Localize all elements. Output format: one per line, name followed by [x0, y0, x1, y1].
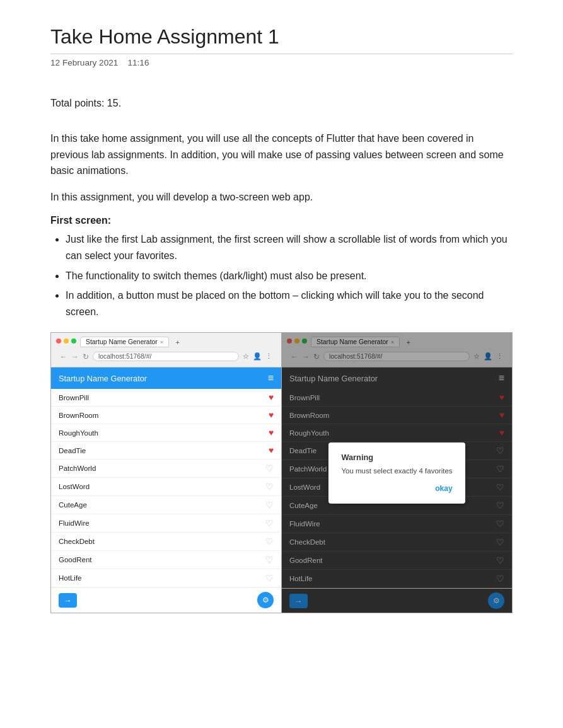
first-screen-heading: First screen:	[50, 215, 513, 226]
word-name-left-3: DeadTie	[59, 447, 86, 454]
forward-btn-left[interactable]: →	[71, 352, 79, 361]
heart-icon-left-6[interactable]: ♡	[265, 500, 274, 510]
heart-icon-left-5[interactable]: ♡	[265, 482, 274, 492]
browser-dots-left	[56, 338, 76, 344]
word-name-left-8: CheckDebt	[59, 538, 95, 545]
heart-icon-left-4[interactable]: ♡	[265, 463, 274, 473]
word-name-left-5: LostWord	[59, 483, 90, 490]
word-item-left-0[interactable]: BrownPill ♥	[51, 389, 281, 407]
tab-plus-left[interactable]: +	[175, 338, 180, 346]
dot-red-left	[56, 338, 61, 344]
address-bar-left[interactable]: localhost:51768/#/	[93, 352, 239, 361]
word-item-left-1[interactable]: BrownRoom ♥	[51, 407, 281, 424]
dialog-okay-button[interactable]: okay	[435, 484, 452, 493]
warning-dialog: Warning You must select exactly 4 favori…	[328, 442, 465, 504]
browser-tab-left[interactable]: Startup Name Generator ×	[80, 337, 169, 347]
meta-time: 11:16	[127, 58, 149, 67]
refresh-btn-left[interactable]: ↻	[83, 352, 89, 361]
word-list-left: BrownPill ♥ BrownRoom ♥ RoughYouth ♥ Dea…	[51, 389, 281, 587]
bullet-item-3: In addition, a button must be placed on …	[66, 287, 513, 320]
word-item-left-2[interactable]: RoughYouth ♥	[51, 424, 281, 442]
next-arrow-left: →	[64, 596, 72, 605]
word-item-left-10[interactable]: HotLife ♡	[51, 569, 281, 587]
dialog-overlay[interactable]: Warning You must select exactly 4 favori…	[282, 333, 512, 613]
word-item-left-8[interactable]: CheckDebt ♡	[51, 533, 281, 551]
next-button-left[interactable]: →	[59, 593, 77, 608]
tab-close-left[interactable]: ×	[160, 338, 164, 345]
dot-green-left	[71, 338, 76, 344]
intro-para-1: In this take home assignment, you will u…	[50, 130, 513, 179]
app-title-left: Startup Name Generator	[59, 374, 147, 383]
word-name-left-6: CuteAge	[59, 501, 87, 509]
word-name-left-1: BrownRoom	[59, 412, 98, 419]
word-item-left-5[interactable]: LostWord ♡	[51, 478, 281, 496]
app-header-left: Startup Name Generator ≡	[51, 367, 281, 389]
app-footer-left: → ⚙	[51, 587, 281, 612]
meta-date: 12 February 2021	[50, 58, 118, 67]
intro-para-2: In this assignment, you will develop a t…	[50, 189, 513, 205]
settings-icon-left: ⚙	[262, 596, 269, 604]
hamburger-icon-left[interactable]: ≡	[268, 373, 274, 384]
bullet-list: Just like the first Lab assignment, the …	[66, 231, 513, 320]
word-item-left-3[interactable]: DeadTie ♥	[51, 442, 281, 459]
word-name-left-4: PatchWorld	[59, 465, 96, 472]
dialog-title: Warning	[341, 453, 452, 462]
screenshots-container: Startup Name Generator × + ← → ↻ localho…	[50, 332, 513, 613]
page-title: Take Home Assignment 1	[50, 25, 513, 54]
menu-icon-left[interactable]: ⋮	[265, 352, 272, 361]
heart-icon-left-9[interactable]: ♡	[265, 555, 274, 565]
screenshot-right: Startup Name Generator × + ← → ↻ localho…	[282, 333, 512, 613]
dialog-button-container: okay	[341, 482, 452, 494]
meta-info: 12 February 2021 11:16	[50, 58, 513, 67]
word-name-left-7: FluidWire	[59, 519, 90, 527]
heart-icon-left-0[interactable]: ♥	[269, 393, 274, 402]
word-name-left-10: HotLife	[59, 574, 82, 582]
heart-icon-left-7[interactable]: ♡	[265, 518, 274, 528]
tab-label-left: Startup Name Generator	[86, 338, 158, 345]
star-icon-left[interactable]: ☆	[243, 352, 249, 361]
heart-icon-left-8[interactable]: ♡	[265, 536, 274, 546]
screenshot-left: Startup Name Generator × + ← → ↻ localho…	[51, 333, 282, 613]
word-name-left-0: BrownPill	[59, 394, 89, 402]
heart-icon-left-10[interactable]: ♡	[265, 573, 274, 583]
word-item-left-6[interactable]: CuteAge ♡	[51, 496, 281, 514]
word-name-left-9: GoodRent	[59, 556, 92, 563]
total-points: Total points: 15.	[50, 98, 513, 109]
bullet-item-1: Just like the first Lab assignment, the …	[66, 231, 513, 263]
heart-icon-left-2[interactable]: ♥	[269, 428, 274, 437]
settings-button-left[interactable]: ⚙	[257, 592, 274, 608]
back-btn-left[interactable]: ←	[60, 352, 67, 361]
bullet-item-2: The functionality to switch themes (dark…	[66, 268, 513, 284]
account-icon-left[interactable]: 👤	[253, 352, 262, 361]
dialog-message: You must select exactly 4 favorites	[341, 467, 452, 475]
dot-yellow-left	[64, 338, 69, 344]
word-item-left-4[interactable]: PatchWorld ♡	[51, 459, 281, 478]
heart-icon-left-1[interactable]: ♥	[269, 410, 274, 420]
heart-icon-left-3[interactable]: ♥	[269, 446, 274, 455]
browser-chrome-left: Startup Name Generator × + ← → ↻ localho…	[51, 333, 281, 367]
word-item-left-9[interactable]: GoodRent ♡	[51, 551, 281, 569]
word-item-left-7[interactable]: FluidWire ♡	[51, 514, 281, 533]
nav-bar-left: ← → ↻ localhost:51768/#/ ☆ 👤 ⋮	[56, 350, 276, 363]
word-name-left-2: RoughYouth	[59, 429, 98, 437]
